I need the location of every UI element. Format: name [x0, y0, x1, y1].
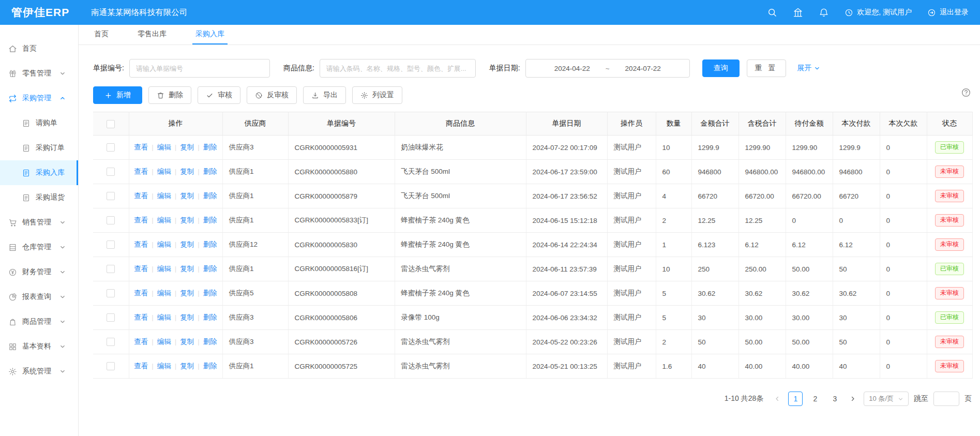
- bell-icon[interactable]: [819, 7, 829, 18]
- action-view-link[interactable]: 查看: [134, 216, 148, 224]
- delete-button[interactable]: 删除: [148, 86, 191, 104]
- action-delete-link[interactable]: 删除: [203, 143, 217, 151]
- product-info-input[interactable]: [320, 59, 476, 78]
- action-copy-link[interactable]: 复制: [180, 240, 194, 248]
- action-copy-link[interactable]: 复制: [180, 216, 194, 224]
- action-delete-link[interactable]: 删除: [203, 362, 217, 370]
- action-edit-link[interactable]: 编辑: [157, 192, 171, 200]
- select-all-checkbox[interactable]: [107, 120, 115, 128]
- search-icon[interactable]: [767, 7, 777, 18]
- row-checkbox[interactable]: [107, 240, 115, 249]
- row-checkbox[interactable]: [107, 289, 115, 297]
- action-edit-link[interactable]: 编辑: [157, 168, 171, 175]
- row-checkbox[interactable]: [107, 313, 115, 322]
- search-button[interactable]: 查询: [702, 59, 740, 77]
- action-view-link[interactable]: 查看: [134, 313, 148, 321]
- action-copy-link[interactable]: 复制: [180, 289, 194, 297]
- action-copy-link[interactable]: 复制: [180, 338, 194, 345]
- action-copy-link[interactable]: 复制: [180, 362, 194, 370]
- export-button[interactable]: 导出: [303, 86, 346, 104]
- page-number-3[interactable]: 3: [827, 392, 842, 406]
- tab-home[interactable]: 首页: [91, 25, 112, 44]
- sidebar-item-warehouse[interactable]: 仓库管理: [0, 235, 78, 260]
- column-header-qty: 数量: [656, 112, 691, 136]
- sidebar-item-finance[interactable]: 财务管理: [0, 260, 78, 284]
- action-delete-link[interactable]: 删除: [203, 313, 217, 321]
- action-view-link[interactable]: 查看: [134, 168, 148, 175]
- page-size-select[interactable]: 10 条/页: [864, 392, 909, 406]
- sidebar-item-retail[interactable]: 零售管理: [0, 61, 78, 86]
- sidebar-item-sales[interactable]: 销售管理: [0, 210, 78, 235]
- sidebar-item-basic[interactable]: 基本资料: [0, 334, 78, 359]
- row-checkbox[interactable]: [107, 362, 115, 370]
- reset-button[interactable]: 重 置: [747, 59, 786, 77]
- sidebar-item-purchase-inbound[interactable]: 采购入库: [0, 160, 78, 185]
- action-view-link[interactable]: 查看: [134, 265, 148, 273]
- date-end-value[interactable]: 2024-07-22: [625, 65, 661, 72]
- action-delete-link[interactable]: 删除: [203, 192, 217, 200]
- action-copy-link[interactable]: 复制: [180, 143, 194, 151]
- action-edit-link[interactable]: 编辑: [157, 143, 171, 151]
- action-copy-link[interactable]: 复制: [180, 313, 194, 321]
- action-delete-link[interactable]: 删除: [203, 216, 217, 224]
- sidebar-item-system[interactable]: 系统管理: [0, 359, 78, 384]
- next-page-button[interactable]: [847, 392, 858, 406]
- audit-button[interactable]: 审核: [198, 86, 240, 104]
- row-checkbox[interactable]: [107, 338, 115, 346]
- cell-paid: 946800: [833, 160, 880, 184]
- date-start-value[interactable]: 2024-04-22: [554, 65, 590, 72]
- gear-icon: [360, 92, 368, 99]
- expand-toggle[interactable]: 展开: [797, 64, 820, 73]
- page-number-2[interactable]: 2: [808, 392, 822, 406]
- sidebar-item-report[interactable]: 报表查询: [0, 284, 78, 309]
- sidebar-item-home[interactable]: 首页: [0, 36, 78, 61]
- action-delete-link[interactable]: 删除: [203, 168, 217, 175]
- action-edit-link[interactable]: 编辑: [157, 216, 171, 224]
- sidebar-item-purchase-request[interactable]: 请购单: [0, 111, 78, 136]
- row-checkbox[interactable]: [107, 216, 115, 224]
- action-delete-link[interactable]: 删除: [203, 265, 217, 273]
- welcome-user[interactable]: 欢迎您, 测试用户: [845, 8, 912, 17]
- prev-page-button[interactable]: [772, 392, 783, 406]
- row-checkbox[interactable]: [107, 192, 115, 200]
- unaudit-button[interactable]: 反审核: [247, 86, 297, 104]
- date-range-picker[interactable]: 2024-04-22 ~ 2024-07-22: [525, 59, 690, 78]
- action-view-link[interactable]: 查看: [134, 289, 148, 297]
- action-edit-link[interactable]: 编辑: [157, 289, 171, 297]
- toolbar: 新增删除审核反审核导出列设置: [93, 86, 971, 104]
- action-view-link[interactable]: 查看: [134, 338, 148, 345]
- action-copy-link[interactable]: 复制: [180, 168, 194, 175]
- logout-button[interactable]: 退出登录: [927, 8, 969, 17]
- jump-to-input[interactable]: [933, 392, 959, 406]
- action-copy-link[interactable]: 复制: [180, 265, 194, 273]
- action-view-link[interactable]: 查看: [134, 143, 148, 151]
- action-view-link[interactable]: 查看: [134, 192, 148, 200]
- action-delete-link[interactable]: 删除: [203, 240, 217, 248]
- sidebar-item-goods[interactable]: 商品管理: [0, 309, 78, 334]
- action-delete-link[interactable]: 删除: [203, 338, 217, 345]
- sidebar-item-purchase-order[interactable]: 采购订单: [0, 136, 78, 160]
- row-checkbox[interactable]: [107, 265, 115, 273]
- action-edit-link[interactable]: 编辑: [157, 313, 171, 321]
- sidebar-item-purchase-return[interactable]: 采购退货: [0, 185, 78, 210]
- row-checkbox[interactable]: [107, 143, 115, 152]
- action-copy-link[interactable]: 复制: [180, 192, 194, 200]
- help-icon[interactable]: [961, 87, 971, 98]
- action-delete-link[interactable]: 删除: [203, 289, 217, 297]
- tab-purchase-inbound[interactable]: 采购入库: [192, 25, 228, 44]
- page-number-1[interactable]: 1: [788, 392, 803, 406]
- bank-icon[interactable]: [793, 7, 803, 18]
- action-edit-link[interactable]: 编辑: [157, 240, 171, 248]
- action-view-link[interactable]: 查看: [134, 362, 148, 370]
- action-edit-link[interactable]: 编辑: [157, 265, 171, 273]
- action-edit-link[interactable]: 编辑: [157, 362, 171, 370]
- column-header-operator: 操作员: [607, 112, 656, 136]
- row-checkbox[interactable]: [107, 168, 115, 176]
- add-button[interactable]: 新增: [93, 86, 142, 104]
- action-view-link[interactable]: 查看: [134, 240, 148, 248]
- action-edit-link[interactable]: 编辑: [157, 338, 171, 345]
- sidebar-item-purchase[interactable]: 采购管理: [0, 86, 78, 111]
- column-settings-button[interactable]: 列设置: [352, 86, 402, 104]
- order-no-input[interactable]: [129, 59, 270, 78]
- tab-retail-outbound[interactable]: 零售出库: [134, 25, 170, 44]
